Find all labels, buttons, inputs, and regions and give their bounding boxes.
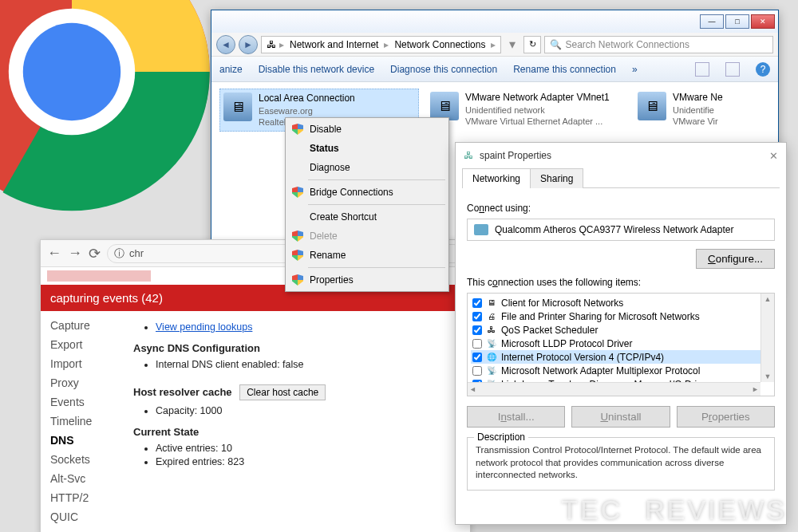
connect-using-label: Connect using: [467,203,775,214]
item-checkbox[interactable] [472,366,482,376]
scrollbar-vertical[interactable]: ▲▼ [760,294,774,382]
maximize-button[interactable]: □ [725,14,749,29]
nav-proxy[interactable]: Proxy [41,373,120,392]
adapter-field: Qualcomm Atheros QCA9377 Wireless Networ… [467,219,775,241]
item-checkbox[interactable] [472,312,482,321]
cache-capacity: Capacity: 1000 [156,405,457,416]
nav-import[interactable]: Import [41,354,120,373]
protocol-icon: 📡 [486,365,497,376]
context-menu: Disable Status Diagnose Bridge Connectio… [285,117,449,292]
chrome-logo-bg [0,0,215,215]
network-component-item[interactable]: 🖥Client for Microsoft Networks [471,296,771,309]
network-component-item[interactable]: 🖧QoS Packet Scheduler [471,323,771,337]
ctx-bridge[interactable]: Bridge Connections [287,183,447,202]
rename-link[interactable]: Rename this connection [513,64,616,75]
tab-sharing[interactable]: Sharing [530,168,583,188]
network-items-list: 🖥Client for Microsoft Networks🖨File and … [467,293,775,396]
reload-button[interactable]: ⟳ [89,245,101,262]
search-placeholder: Search Network Connections [565,39,689,50]
item-label: Internet Protocol Version 4 (TCP/IPv4) [501,352,664,363]
shield-icon [292,274,303,286]
toolbar-more[interactable]: » [632,64,638,75]
item-label: QoS Packet Scheduler [501,325,598,336]
nav-events[interactable]: Events [41,392,120,412]
back-button[interactable]: ◄ [216,35,235,54]
connection-adapter: VMware Virtual Ethernet Adapter ... [465,116,610,127]
install-button[interactable]: Install... [467,406,565,428]
dialog-tabs: Networking Sharing [456,168,786,188]
network-component-item[interactable]: 🖨File and Printer Sharing for Microsoft … [471,309,771,323]
ctx-rename[interactable]: Rename [287,246,447,265]
item-label: Client for Microsoft Networks [501,298,623,309]
nav-capture[interactable]: Capture [41,316,120,335]
view-icon[interactable] [695,62,709,77]
nav-http2[interactable]: HTTP/2 [41,488,120,507]
close-icon[interactable]: ✕ [769,150,778,162]
item-checkbox[interactable] [472,353,482,362]
connection-title: VMware Ne [673,92,723,104]
nav-export[interactable]: Export [41,335,120,354]
ctx-separator [308,204,445,205]
dialog-title: spaint Properties [480,150,551,161]
adapter-icon [474,224,488,235]
ctx-delete: Delete [287,227,447,246]
ctx-properties[interactable]: Properties [287,270,447,290]
dialog-titlebar: 🖧 spaint Properties ✕ [456,143,786,168]
configure-button[interactable]: Configure... [696,249,775,269]
nav-timeline[interactable]: Timeline [41,412,120,431]
protocol-icon: 🖧 [486,325,497,336]
ctx-shortcut[interactable]: Create Shortcut [287,207,447,227]
breadcrumb-dropdown[interactable]: ▾ [504,37,520,52]
disable-device-link[interactable]: Disable this network device [259,64,374,75]
properties-dialog: 🖧 spaint Properties ✕ Networking Sharing… [455,142,787,525]
chrome-content: View pending lookups Async DNS Configura… [120,311,470,531]
forward-button[interactable]: → [68,245,82,262]
tab-networking[interactable]: Networking [462,168,531,188]
scrollbar-horizontal[interactable]: ◄► [468,382,760,396]
search-icon: 🔍 [550,39,562,50]
connection-title: VMware Network Adapter VMnet1 [465,92,610,104]
network-adapter-icon: 🖥 [638,92,666,120]
item-checkbox[interactable] [472,298,482,308]
protocol-icon: 🖨 [486,311,497,322]
shield-icon [292,250,303,261]
clear-host-cache-button[interactable]: Clear host cache [239,384,326,400]
item-label: File and Printer Sharing for Microsoft N… [501,311,700,322]
item-checkbox[interactable] [472,339,482,349]
organize-menu[interactable]: anize [219,64,243,75]
ctx-separator [308,267,445,268]
diagnose-link[interactable]: Diagnose this connection [390,64,497,75]
url-text: chr [129,247,144,259]
close-button[interactable]: ✕ [751,14,775,29]
shield-icon [292,231,303,242]
async-dns-heading: Async DNS Configuration [133,342,457,354]
nav-quic[interactable]: QUIC [41,507,120,526]
help-icon[interactable]: ? [756,62,770,77]
ctx-disable[interactable]: Disable [287,120,447,139]
uninstall-button[interactable]: Uninstall [571,406,670,428]
back-button[interactable]: ← [47,245,61,262]
network-component-item[interactable]: 📡Microsoft Network Adapter Multiplexor P… [471,364,771,377]
item-properties-button[interactable]: Properties [677,406,775,428]
search-box[interactable]: 🔍 Search Network Connections [544,36,773,53]
connection-vmnet1[interactable]: 🖥 VMware Network Adapter VMnet1 Unidenti… [427,89,626,132]
item-checkbox[interactable] [472,325,482,335]
breadcrumb-item[interactable]: Network and Internet [287,39,381,50]
details-pane-icon[interactable] [725,62,740,77]
description-group: Description Transmission Control Protoco… [467,437,775,491]
network-component-item[interactable]: 🌐Internet Protocol Version 4 (TCP/IPv4) [471,350,771,364]
network-component-item[interactable]: 📡Microsoft LLDP Protocol Driver [471,337,771,350]
minimize-button[interactable]: — [700,14,724,29]
connection-title: Local Area Connection [259,93,355,105]
refresh-button[interactable]: ↻ [523,36,541,53]
nav-altsvc[interactable]: Alt-Svc [41,469,120,488]
nav-sockets[interactable]: Sockets [41,450,120,469]
pending-lookups-link[interactable]: View pending lookups [156,321,252,333]
connection-vmware-truncated[interactable]: 🖥 VMware Ne Unidentifie VMware Vir [634,89,754,132]
forward-button[interactable]: ► [239,35,258,54]
nav-dns[interactable]: DNS [41,431,120,450]
breadcrumb[interactable]: 🖧 ▸ Network and Internet ▸ Network Conne… [261,36,501,53]
ctx-status[interactable]: Status [287,139,447,158]
ctx-diagnose[interactable]: Diagnose [287,158,447,177]
breadcrumb-item[interactable]: Network Connections [392,39,488,50]
